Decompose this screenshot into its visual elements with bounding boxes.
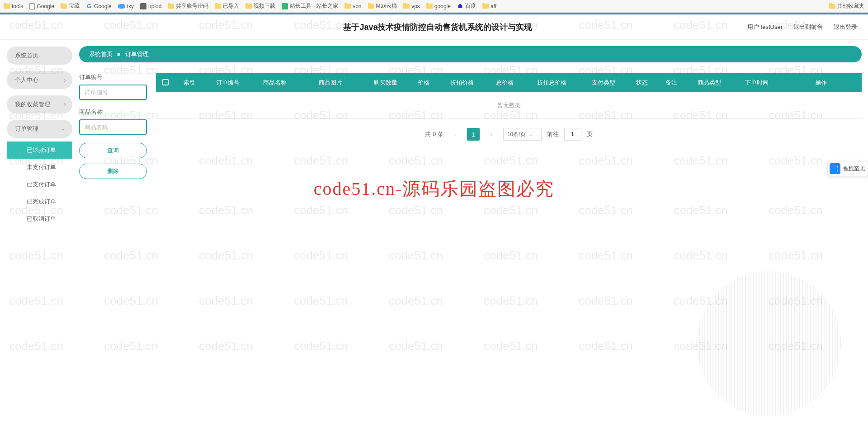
breadcrumb-sep-icon: ≡ [117, 51, 121, 58]
bookmark-uplod[interactable]: uplod [140, 3, 161, 9]
sidebar-sub-unpaid[interactable]: 未支付订单 [7, 159, 72, 176]
folder-icon [168, 4, 174, 9]
checkbox-icon [162, 79, 169, 85]
folder-icon [426, 4, 433, 9]
th-product-img: 商品图片 [299, 73, 362, 92]
header-right: 用户 testUser 退出到前台 退出登录 [747, 23, 857, 31]
pg-current[interactable]: 1 [467, 128, 480, 141]
logout-link[interactable]: 退出登录 [834, 23, 857, 31]
product-name-input[interactable] [79, 119, 147, 135]
delete-button[interactable]: 删除 [79, 164, 147, 179]
app-title: 基于Java技术疫情防控自动售货机系统的设计与实现 [128, 22, 747, 33]
site-icon [282, 3, 288, 9]
bookmark-vpn[interactable]: vpn [344, 3, 361, 9]
bookmark-aff[interactable]: aff [482, 3, 496, 9]
sidebar-profile[interactable]: 个人中心 [7, 71, 72, 89]
breadcrumb-current: 订单管理 [125, 50, 149, 58]
folder-icon [344, 4, 351, 9]
th-product-type: 商品类型 [686, 73, 733, 92]
bookmark-bar: tools Google 宝藏 GGoogle txy uplod 共享账号密码… [0, 0, 868, 13]
orders-table: 索引 订单编号 商品名称 商品图片 购买数量 价格 折扣价格 总价格 折扣总价格… [156, 73, 862, 119]
pg-next[interactable]: › [485, 128, 498, 141]
th-index: 索引 [175, 73, 204, 92]
folder-icon [4, 4, 10, 9]
bookmark-other[interactable]: 其他收藏夹 [829, 2, 864, 10]
breadcrumb-root[interactable]: 系统首页 [89, 50, 113, 58]
baidu-icon: ☗ [457, 3, 463, 9]
empty-text: 暂无数据 [156, 92, 862, 119]
app-header: 基于Java技术疫情防控自动售货机系统的设计与实现 用户 testUser 退出… [0, 14, 868, 40]
folder-icon [482, 4, 489, 9]
bookmark-google-folder[interactable]: google [426, 3, 451, 9]
sidebar: 系统首页 个人中心 我的收藏管理 订单管理 已退款订单 未支付订单 已支付订单 … [0, 40, 79, 434]
table-body: 暂无数据 [156, 92, 862, 119]
folder-icon [368, 4, 374, 9]
bookmark-baozang[interactable]: 宝藏 [61, 2, 80, 10]
th-price: 价格 [409, 73, 439, 92]
bookmark-google-page[interactable]: Google [29, 3, 54, 9]
table-header: 索引 订单编号 商品名称 商品图片 购买数量 价格 折扣价格 总价格 折扣总价格… [156, 73, 862, 92]
user-label: 用户 testUser [747, 23, 783, 31]
th-status: 状态 [627, 73, 657, 92]
sidebar-sub-cancelled[interactable]: 已取消订单 [7, 210, 72, 227]
bookmark-zhanzhang[interactable]: 站长工具 - 站长之家 [282, 2, 338, 10]
sidebar-sub-refunded[interactable]: 已退款订单 [7, 142, 72, 159]
table-area: 索引 订单编号 商品名称 商品图片 购买数量 价格 折扣价格 总价格 折扣总价格… [156, 73, 862, 184]
folder-icon [829, 4, 835, 9]
sidebar-home[interactable]: 系统首页 [7, 47, 72, 65]
pg-total: 共 0 条 [425, 130, 443, 138]
sidebar-orders[interactable]: 订单管理 [7, 120, 72, 138]
bookmark-baidu[interactable]: ☗百度 [457, 2, 476, 10]
th-total: 总价格 [486, 73, 524, 92]
pg-size-select[interactable]: 10条/页 ⌄ [503, 128, 542, 141]
pg-goto-prefix: 前往 [547, 130, 559, 138]
cloud-icon [118, 4, 125, 9]
drag-label: 拖拽至此 [843, 165, 865, 173]
chevron-down-icon: ⌄ [528, 131, 533, 137]
pg-prev[interactable]: ‹ [449, 128, 462, 141]
th-remark: 备注 [656, 73, 686, 92]
content-body: 订单编号 商品名称 查询 删除 索引 订单编号 商品名称 商品图片 [79, 73, 862, 184]
to-front-link[interactable]: 退出到前台 [793, 23, 823, 31]
bookmark-video[interactable]: 视频下载 [245, 2, 275, 10]
content: 系统首页 ≡ 订单管理 订单编号 商品名称 查询 删除 索引 [79, 40, 868, 434]
sidebar-sub-completed[interactable]: 已完成订单 [7, 193, 72, 210]
pg-goto-suffix: 页 [587, 130, 593, 138]
bookmark-google[interactable]: GGoogle [86, 3, 112, 9]
th-qty: 购买数量 [362, 73, 410, 92]
pagination: 共 0 条 ‹ 1 › 10条/页 ⌄ 前往 页 [156, 128, 862, 141]
page-icon [29, 3, 35, 9]
drag-cube-icon: ⛶ [830, 163, 840, 174]
bookmark-tools[interactable]: tools [4, 3, 23, 9]
folder-icon [403, 4, 410, 9]
sidebar-sub-paid[interactable]: 已支付订单 [7, 176, 72, 193]
th-action: 操作 [780, 73, 862, 92]
th-discount-price: 折扣价格 [439, 73, 486, 92]
bookmark-share[interactable]: 共享账号密码 [168, 2, 208, 10]
empty-row: 暂无数据 [156, 92, 862, 119]
folder-icon [245, 4, 252, 9]
bookmark-txy[interactable]: txy [118, 3, 134, 9]
th-checkbox[interactable] [156, 73, 175, 92]
google-icon: G [86, 3, 92, 9]
product-name-label: 商品名称 [79, 108, 147, 116]
bookmark-right: 其他收藏夹 [829, 2, 864, 10]
sidebar-orders-sublist: 已退款订单 未支付订单 已支付订单 已完成订单 已取消订单 [7, 142, 72, 227]
drag-widget[interactable]: ⛶ 拖拽至此 [827, 161, 868, 176]
sidebar-favorites[interactable]: 我的收藏管理 [7, 95, 72, 113]
th-discount-total: 折扣总价格 [524, 73, 580, 92]
th-pay-type: 支付类型 [580, 73, 627, 92]
bookmark-left: tools Google 宝藏 GGoogle txy uplod 共享账号密码… [4, 2, 496, 10]
filter-column: 订单编号 商品名称 查询 删除 [79, 73, 147, 184]
folder-icon [61, 4, 67, 9]
bookmark-vps[interactable]: vps [403, 3, 420, 9]
search-button[interactable]: 查询 [79, 143, 147, 158]
bookmark-imported[interactable]: 已导入 [215, 2, 239, 10]
th-order-time: 下单时间 [733, 73, 780, 92]
bookmark-maxcloud[interactable]: Max云梯 [368, 2, 397, 10]
order-no-input[interactable] [79, 85, 147, 100]
folder-icon [215, 4, 221, 9]
pg-goto-input[interactable] [564, 128, 581, 141]
upload-icon [140, 3, 146, 9]
order-no-label: 订单编号 [79, 73, 147, 81]
